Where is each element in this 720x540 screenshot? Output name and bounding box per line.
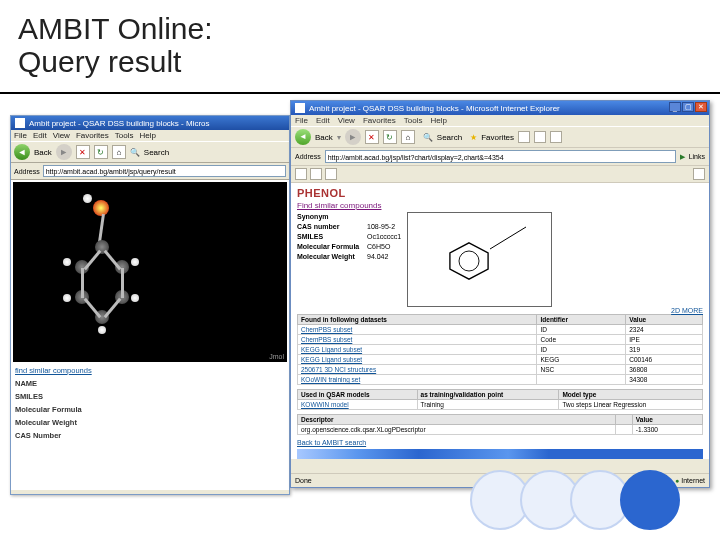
toolbar-right-1: ◄ Back ▾ ► ✕ ↻ ⌂ 🔍Search ★Favorites (291, 126, 709, 148)
extra-icon[interactable] (310, 168, 322, 180)
history-icon[interactable] (518, 131, 530, 143)
extra-icon[interactable] (693, 168, 705, 180)
find-similar-link[interactable]: Find similar compounds (297, 201, 703, 210)
structure-2d[interactable] (407, 212, 552, 307)
formula-label: Molecular Formula (297, 242, 367, 252)
ds-link[interactable]: KEGG Ligand subset (298, 355, 537, 365)
stop-button[interactable]: ✕ (76, 145, 90, 159)
minimize-button[interactable]: _ (669, 102, 681, 112)
maximize-button[interactable]: ▢ (682, 102, 694, 112)
field-cas: CAS Number (15, 431, 285, 440)
mail-icon[interactable] (534, 131, 546, 143)
favorites-label[interactable]: Favorites (481, 133, 514, 142)
extra-icon[interactable] (295, 168, 307, 180)
ds-val: 319 (626, 345, 703, 355)
svg-point-1 (459, 251, 479, 271)
menubar-left: File Edit View Favorites Tools Help (11, 130, 289, 141)
menu-file[interactable]: File (14, 131, 27, 140)
ds-link[interactable]: ChemPBS subset (298, 325, 537, 335)
ds-link[interactable]: ChemPBS subset (298, 335, 537, 345)
ds-id: NSC (537, 365, 626, 375)
ds-id: ID (537, 325, 626, 335)
titlebar-left[interactable]: Ambit project - QSAR DSS building blocks… (11, 116, 289, 130)
print-icon[interactable] (550, 131, 562, 143)
ds-val: 2324 (626, 325, 703, 335)
menu-help[interactable]: Help (139, 131, 155, 140)
footer-bar (297, 449, 703, 459)
search-label[interactable]: Search (437, 133, 462, 142)
ds-val: C00146 (626, 355, 703, 365)
extra-icon[interactable] (325, 168, 337, 180)
toolbar-extra (291, 166, 709, 183)
th-model: Model type (559, 390, 703, 400)
titlebar-right[interactable]: Ambit project - QSAR DSS building blocks… (291, 101, 709, 115)
ds-val: 36808 (626, 365, 703, 375)
home-button[interactable]: ⌂ (112, 145, 126, 159)
address-field-left[interactable]: http://ambit.acad.bg/ambit/jsp/query/res… (43, 165, 286, 177)
menu-view[interactable]: View (53, 131, 70, 140)
th-dataset: Found in following datasets (298, 315, 537, 325)
2d-more-link[interactable]: 2D MORE (671, 307, 703, 314)
refresh-button[interactable]: ↻ (383, 130, 397, 144)
hydrogen-atom (63, 258, 71, 266)
back-button[interactable]: ◄ (14, 144, 30, 160)
qsar-role: Training (417, 400, 559, 410)
oh-substituent-icon (488, 223, 538, 253)
th-identifier: Identifier (537, 315, 626, 325)
status-zone: Internet (681, 477, 705, 484)
find-similar-link-left[interactable]: find similar compounds (15, 366, 285, 375)
back-label: Back (34, 148, 52, 157)
links-label[interactable]: Links (689, 153, 705, 160)
qsar-model-link[interactable]: KOWWIN model (298, 400, 418, 410)
menu-favorites[interactable]: Favorites (76, 131, 109, 140)
status-done: Done (295, 477, 312, 484)
desc-empty (615, 425, 632, 435)
field-formula: Molecular Formula (15, 405, 285, 414)
menu-edit[interactable]: Edit (33, 131, 47, 140)
forward-button[interactable]: ► (56, 144, 72, 160)
menu-help[interactable]: Help (430, 116, 446, 125)
address-field-right[interactable]: http://ambit.acad.bg/jsp/list?chart/disp… (325, 150, 676, 163)
ds-id: KEGG (537, 355, 626, 365)
menu-file[interactable]: File (295, 116, 308, 125)
jmol-viewer[interactable]: Jmol (13, 182, 287, 362)
address-bar-right: Address http://ambit.acad.bg/jsp/list?ch… (291, 148, 709, 166)
desc-val: -1.3300 (632, 425, 702, 435)
th-qsar: Used in QSAR models (298, 390, 418, 400)
smiles-value: Oc1ccccc1 (367, 233, 401, 240)
back-to-search-link[interactable]: Back to AMBIT search (297, 439, 703, 446)
title-underline (0, 92, 720, 94)
properties-block: Synonym CAS number108-95-2 SMILESOc1cccc… (297, 212, 401, 307)
back-button[interactable]: ◄ (295, 129, 311, 145)
ds-id (537, 375, 626, 385)
slide-title-line1: AMBIT Online: (18, 12, 213, 45)
ds-link[interactable]: KEGG Ligand subset (298, 345, 537, 355)
stop-button[interactable]: ✕ (365, 130, 379, 144)
window-title-right: Ambit project - QSAR DSS building blocks… (309, 104, 560, 113)
slide-title-line2: Query result (18, 45, 213, 78)
home-button[interactable]: ⌂ (401, 130, 415, 144)
search-label[interactable]: Search (144, 148, 169, 157)
th-role: as training/validation point (417, 390, 559, 400)
refresh-button[interactable]: ↻ (94, 145, 108, 159)
descriptor-table: Descriptor Value org.openscience.cdk.qsa… (297, 414, 703, 435)
forward-button[interactable]: ► (345, 129, 361, 145)
th-descval: Value (632, 415, 702, 425)
menu-view[interactable]: View (338, 116, 355, 125)
ds-link[interactable]: KOoWIN training set (298, 375, 537, 385)
window-title-left: Ambit project - QSAR DSS building blocks… (29, 119, 210, 128)
close-button[interactable]: ✕ (695, 102, 707, 112)
smiles-label: SMILES (297, 232, 367, 242)
slide-deco-circles (480, 470, 680, 530)
back-label: Back (315, 133, 333, 142)
menu-favorites[interactable]: Favorites (363, 116, 396, 125)
left-query-fields: find similar compounds NAME SMILES Molec… (13, 362, 287, 444)
menu-edit[interactable]: Edit (316, 116, 330, 125)
address-label-right: Address (295, 153, 321, 160)
menu-tools[interactable]: Tools (115, 131, 134, 140)
menu-tools[interactable]: Tools (404, 116, 423, 125)
benzene-ring-icon (446, 241, 492, 281)
hydrogen-atom (131, 294, 139, 302)
ds-id: ID (537, 345, 626, 355)
ds-link[interactable]: 250671 3D NCI structures (298, 365, 537, 375)
